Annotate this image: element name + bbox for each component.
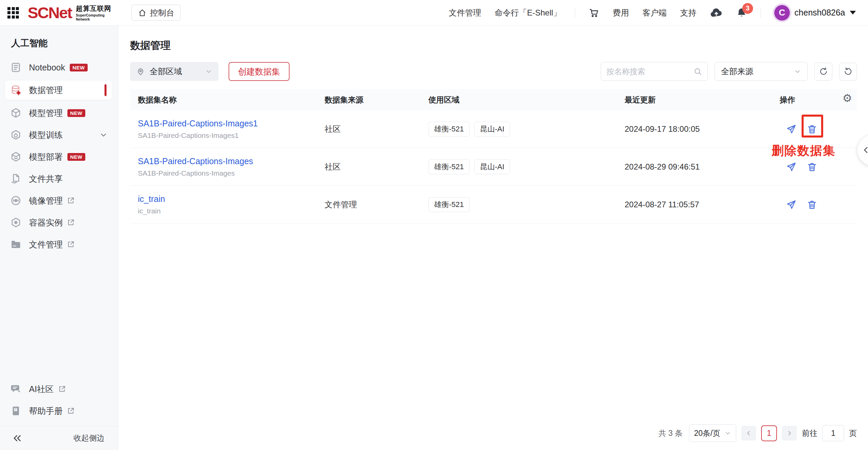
publish-dataset-icon[interactable] xyxy=(786,161,797,172)
dataset-name-link[interactable]: SA1B-Paired-Captions-Images xyxy=(138,156,253,166)
file-share-icon xyxy=(10,173,22,184)
dataset-name-link[interactable]: ic_train xyxy=(138,194,165,204)
dataset-updated: 2024-08-29 09:46:51 xyxy=(625,162,780,172)
sidebar-item-label: 文件共享 xyxy=(29,173,63,184)
new-badge: NEW xyxy=(67,153,85,161)
sidebar-item-label: 模型管理 xyxy=(29,108,63,119)
publish-dataset-icon[interactable] xyxy=(786,124,797,134)
dataset-source: 社区 xyxy=(325,161,428,172)
delete-dataset-icon[interactable] xyxy=(807,124,817,134)
region-tag: 雄衡-521 xyxy=(428,122,470,137)
collapse-sidebar-icon[interactable] xyxy=(12,433,22,443)
sidebar-item-ai-community[interactable]: AI社区 xyxy=(5,380,112,398)
reset-icon[interactable] xyxy=(839,63,857,81)
sidebar-item-label: 模型部署 xyxy=(29,151,63,162)
table-row: SA1B-Paired-Captions-Images1 SA1B-Paired… xyxy=(130,110,857,148)
cart-icon[interactable] xyxy=(589,7,599,18)
chevron-down-icon xyxy=(724,430,731,437)
column-header-region: 使用区域 xyxy=(428,95,625,105)
sidebar-item-image-management[interactable]: 镜像管理 xyxy=(5,192,112,209)
search-input[interactable] xyxy=(606,67,693,76)
annotation-label: 删除数据集 xyxy=(772,143,836,159)
dataset-subtitle: SA1B-Paired-Captions-Images1 xyxy=(138,131,325,140)
sidebar-item-model-management[interactable]: 模型管理 NEW xyxy=(5,104,112,122)
next-page-icon[interactable] xyxy=(782,426,797,441)
refresh-icon[interactable] xyxy=(814,63,832,81)
external-link-icon xyxy=(67,240,75,248)
model-deploy-icon xyxy=(10,151,22,162)
nav-file-manager[interactable]: 文件管理 xyxy=(449,7,481,18)
user-menu[interactable]: C chensh0826a xyxy=(774,5,856,21)
column-settings-gear-icon[interactable]: ⚙ xyxy=(842,93,852,103)
region-tag: 昆山-AI xyxy=(474,122,510,137)
dataset-table: 数据集名称 数据集来源 使用区域 最近更新 操作 ⚙ SA1B-Paired-C… xyxy=(130,89,857,223)
page-title: 数据管理 xyxy=(130,39,857,53)
nav-support[interactable]: 支持 xyxy=(680,7,696,18)
app-grid-icon[interactable] xyxy=(7,7,19,19)
sidebar-item-label: Notebook xyxy=(29,63,65,72)
region-filter-dropdown[interactable]: 全部区域 xyxy=(130,62,218,81)
disc-icon xyxy=(10,195,22,206)
dataset-subtitle: SA1B-Paired-Captions-Images xyxy=(138,169,325,177)
sidebar-item-label: 文件管理 xyxy=(29,239,63,250)
nav-eshell[interactable]: 命令行「E-Shell」 xyxy=(495,7,561,18)
goto-page-input[interactable] xyxy=(822,425,844,441)
source-filter-dropdown[interactable]: 全部来源 xyxy=(715,62,808,81)
console-button[interactable]: 控制台 xyxy=(131,5,181,21)
goto-label: 前往 xyxy=(802,428,817,439)
page-size-dropdown[interactable]: 20条/页 xyxy=(689,424,736,442)
page-size-value: 20条/页 xyxy=(694,428,720,439)
sidebar-item-file-sharing[interactable]: 文件共享 xyxy=(5,170,112,187)
publish-dataset-icon[interactable] xyxy=(786,199,797,210)
sidebar-item-help-manual[interactable]: ? 帮助手册 xyxy=(5,402,112,420)
logo-en-line1: SuperComputing xyxy=(76,13,111,17)
sidebar-item-label: AI社区 xyxy=(29,384,54,395)
collapse-sidebar-label[interactable]: 收起侧边 xyxy=(73,433,104,443)
active-indicator xyxy=(104,84,107,96)
main-content: 数据管理 全部区域 创建数据集 全部来源 xyxy=(118,26,868,450)
dataset-subtitle: ic_train xyxy=(138,207,325,215)
dataset-name-link[interactable]: SA1B-Paired-Captions-Images1 xyxy=(138,119,258,128)
sidebar-item-model-deploy[interactable]: 模型部署 NEW xyxy=(5,148,112,166)
top-bar: SCNet 超算互联网 SuperComputing Network 控制台 文… xyxy=(0,0,868,26)
nav-fee[interactable]: 费用 xyxy=(613,7,629,18)
region-filter-value: 全部区域 xyxy=(150,66,182,77)
sidebar-item-file-management[interactable]: 文件管理 xyxy=(5,236,112,253)
logo-text: SCNet xyxy=(28,3,72,22)
prev-page-icon[interactable] xyxy=(741,426,756,441)
nav-client[interactable]: 客户端 xyxy=(642,7,667,18)
external-link-icon xyxy=(67,218,75,227)
scnet-logo[interactable]: SCNet 超算互联网 SuperComputing Network xyxy=(28,3,111,22)
logo-cn-name: 超算互联网 xyxy=(76,4,111,13)
sidebar-item-data-management[interactable]: 数据管理 xyxy=(5,81,112,100)
column-header-name: 数据集名称 xyxy=(130,95,325,105)
nav-divider xyxy=(760,8,761,18)
cloud-upload-icon[interactable] xyxy=(710,7,723,18)
sidebar-item-label: 数据管理 xyxy=(29,85,63,96)
help-book-icon: ? xyxy=(10,405,22,417)
folder-icon xyxy=(10,239,22,250)
chevron-down-icon xyxy=(99,130,108,139)
delete-dataset-icon[interactable] xyxy=(807,161,817,172)
notification-bell-icon[interactable]: 3 xyxy=(736,7,747,19)
search-box xyxy=(601,62,708,81)
cube-icon xyxy=(10,107,22,119)
sidebar-item-label: 容器实例 xyxy=(29,217,63,228)
dataset-source: 社区 xyxy=(325,124,428,134)
external-link-icon xyxy=(67,407,75,415)
region-tag: 雄衡-521 xyxy=(428,159,470,174)
notification-count-badge: 3 xyxy=(742,3,753,14)
sidebar-item-notebook[interactable]: Notebook NEW xyxy=(5,59,112,76)
table-header-row: 数据集名称 数据集来源 使用区域 最近更新 操作 ⚙ xyxy=(130,89,857,110)
search-icon[interactable] xyxy=(693,67,702,76)
sidebar-item-model-training[interactable]: 模型训练 xyxy=(5,126,112,144)
source-filter-value: 全部来源 xyxy=(721,66,753,77)
sidebar: 人工智能 Notebook NEW 数据管理 模型管理 NEW 模型训练 xyxy=(0,26,118,450)
current-page-button[interactable]: 1 xyxy=(761,425,777,441)
sidebar-item-container-instances[interactable]: 容器实例 xyxy=(5,214,112,231)
home-icon xyxy=(138,8,147,17)
create-dataset-button[interactable]: 创建数据集 xyxy=(229,62,290,81)
delete-dataset-icon[interactable] xyxy=(807,199,817,210)
svg-text:?: ? xyxy=(15,408,17,411)
model-training-icon xyxy=(10,129,22,141)
